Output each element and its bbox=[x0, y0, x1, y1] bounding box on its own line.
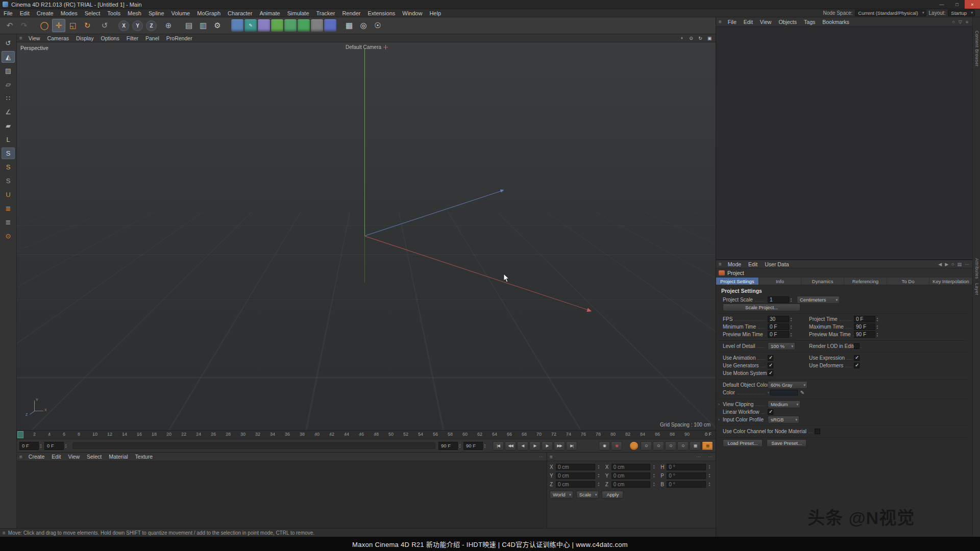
panel-menu-icon[interactable]: ≡ bbox=[547, 454, 555, 460]
ruler-mark-40[interactable]: 40 bbox=[314, 431, 329, 437]
scale-project-button[interactable]: Scale Project... bbox=[723, 304, 800, 311]
ruler-mark-30[interactable]: 30 bbox=[240, 431, 255, 437]
default-camera-label[interactable]: Default Camera bbox=[346, 44, 388, 50]
pan-view-icon[interactable]: + bbox=[678, 35, 685, 41]
play-button[interactable]: ▶ bbox=[529, 441, 541, 450]
menu-volume[interactable]: Volume bbox=[168, 10, 194, 16]
goto-start-button[interactable]: |◀ bbox=[493, 441, 504, 450]
x-axis-lock-button[interactable]: X bbox=[118, 20, 129, 31]
search-icon[interactable]: ○ bbox=[951, 262, 954, 267]
spinner[interactable] bbox=[458, 442, 462, 449]
ruler-mark-66[interactable]: 66 bbox=[507, 431, 522, 437]
mograph-icon[interactable] bbox=[258, 19, 270, 32]
autokey-button[interactable]: ◉ bbox=[611, 441, 622, 450]
viewport-menu-prorender[interactable]: ProRender bbox=[163, 35, 196, 41]
input-color-profile-dropdown[interactable]: sRGB bbox=[768, 416, 799, 423]
tab-to-do[interactable]: To Do bbox=[887, 278, 930, 285]
ruler-mark-54[interactable]: 54 bbox=[418, 431, 433, 437]
size-field[interactable]: 0 cm bbox=[611, 472, 651, 479]
preview-end-field[interactable]: 90 F bbox=[438, 442, 458, 450]
viewport-menu-view[interactable]: View bbox=[25, 35, 44, 41]
spinner[interactable] bbox=[789, 316, 793, 323]
snap-toggle-icon[interactable]: S bbox=[2, 147, 15, 159]
goto-end-button[interactable]: ▶| bbox=[566, 441, 577, 450]
ruler-mark-50[interactable]: 50 bbox=[388, 431, 403, 437]
viewport-menu-options[interactable]: Options bbox=[97, 35, 122, 41]
ruler-mark-52[interactable]: 52 bbox=[403, 431, 418, 437]
time-clock-button[interactable] bbox=[629, 441, 639, 450]
texture-axis-icon[interactable]: ≣ bbox=[2, 216, 15, 228]
panel-options-icon[interactable]: ⋯ bbox=[965, 262, 969, 267]
spinner[interactable] bbox=[707, 481, 712, 488]
position-field[interactable]: 0 cm bbox=[556, 481, 595, 488]
ruler-mark-4[interactable]: 4 bbox=[48, 431, 63, 437]
use-animation-checkbox[interactable] bbox=[768, 355, 773, 361]
search-icon[interactable]: ○ bbox=[952, 19, 954, 24]
menu-tools[interactable]: Tools bbox=[104, 10, 124, 16]
key-scale-button[interactable]: ⊙ bbox=[653, 441, 664, 450]
node-space-dropdown[interactable]: Current (Standard/Physical) bbox=[855, 10, 926, 16]
ruler-mark-42[interactable]: 42 bbox=[329, 431, 344, 437]
panel-menu-icon[interactable]: ≡ bbox=[17, 35, 25, 41]
menu-extensions[interactable]: Extensions bbox=[364, 10, 399, 16]
zoom-view-icon[interactable]: ⊙ bbox=[688, 35, 695, 41]
quantize-icon[interactable]: S bbox=[2, 175, 15, 187]
size-field[interactable]: 0 cm bbox=[611, 481, 651, 488]
fps-field[interactable]: 30 bbox=[768, 316, 789, 322]
spinner[interactable] bbox=[39, 442, 43, 449]
ruler-mark-72[interactable]: 72 bbox=[551, 431, 566, 437]
y-axis-lock-button[interactable]: Y bbox=[132, 20, 143, 31]
use-expression-checkbox[interactable] bbox=[854, 355, 860, 361]
ruler-mark-80[interactable]: 80 bbox=[610, 431, 625, 437]
layout-dropdown[interactable]: Startup bbox=[948, 10, 975, 16]
menu-mograph[interactable]: MoGraph bbox=[193, 10, 224, 16]
spinner[interactable] bbox=[875, 331, 879, 338]
ruler-mark-10[interactable]: 10 bbox=[92, 431, 107, 437]
render-settings-icon[interactable]: ⚙ bbox=[211, 19, 224, 32]
last-tool-icon[interactable]: ↺ bbox=[98, 19, 111, 32]
viewport-menu-filter[interactable]: Filter bbox=[123, 35, 142, 41]
rotate-view-icon[interactable]: ↻ bbox=[697, 35, 704, 41]
timeline-ruler[interactable]: 0246810121416182022242628303234363840424… bbox=[17, 430, 716, 439]
viewport-menu-cameras[interactable]: Cameras bbox=[43, 35, 72, 41]
use-generators-checkbox[interactable] bbox=[768, 363, 773, 368]
model-mode-icon[interactable]: ◭ bbox=[2, 51, 15, 63]
material-menu-edit[interactable]: Edit bbox=[48, 454, 64, 460]
expander-icon[interactable]: › bbox=[718, 402, 723, 407]
timeline-start-field[interactable]: 0 F bbox=[19, 442, 39, 450]
attribute-menu-mode[interactable]: Mode bbox=[724, 261, 745, 267]
menu-tracker[interactable]: Tracker bbox=[313, 10, 339, 16]
menu-select[interactable]: Select bbox=[81, 10, 104, 16]
ruler-mark-26[interactable]: 26 bbox=[211, 431, 226, 437]
undo-icon[interactable]: ↶ bbox=[3, 19, 16, 32]
add-cube-icon[interactable] bbox=[231, 19, 243, 32]
polygons-mode-icon[interactable]: ▰ bbox=[2, 120, 15, 132]
view-label[interactable]: Perspective bbox=[20, 45, 48, 51]
object-menu-view[interactable]: View bbox=[756, 19, 775, 25]
menu-animate[interactable]: Animate bbox=[256, 10, 283, 16]
spinner[interactable] bbox=[789, 323, 793, 331]
edges-mode-icon[interactable]: ∠ bbox=[2, 106, 15, 118]
ruler-mark-70[interactable]: 70 bbox=[536, 431, 551, 437]
ruler-mark-2[interactable]: 2 bbox=[33, 431, 48, 437]
attribute-menu-user-data[interactable]: User Data bbox=[761, 261, 792, 267]
autokey-region-button[interactable]: ▦ bbox=[702, 441, 713, 450]
menu-create[interactable]: Create bbox=[33, 10, 57, 16]
material-menu-material[interactable]: Material bbox=[105, 454, 131, 460]
ruler-mark-38[interactable]: 38 bbox=[300, 431, 314, 437]
spinner[interactable] bbox=[875, 323, 879, 331]
keyframe-selection-button[interactable]: ▦ bbox=[690, 441, 701, 450]
key-rotation-button[interactable]: ⊙ bbox=[665, 441, 676, 450]
ruler-mark-86[interactable]: 86 bbox=[655, 431, 670, 437]
ruler-mark-18[interactable]: 18 bbox=[152, 431, 166, 437]
attribute-menu-edit[interactable]: Edit bbox=[745, 261, 761, 267]
ruler-mark-88[interactable]: 88 bbox=[670, 431, 684, 437]
camera-icon[interactable]: ◎ bbox=[357, 19, 370, 32]
material-menu-view[interactable]: View bbox=[64, 454, 83, 460]
ruler-mark-74[interactable]: 74 bbox=[566, 431, 581, 437]
live-selection-icon[interactable]: ◯ bbox=[38, 19, 51, 32]
sky-icon[interactable] bbox=[324, 19, 336, 32]
ruler-mark-22[interactable]: 22 bbox=[181, 431, 196, 437]
use-color-channel-checkbox[interactable] bbox=[815, 429, 820, 434]
viewport-menu-display[interactable]: Display bbox=[72, 35, 97, 41]
